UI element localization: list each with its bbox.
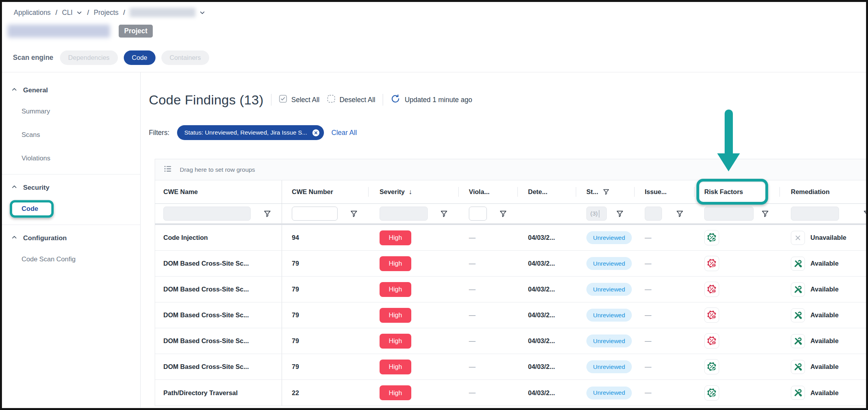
seal-percent-alert-icon[interactable]	[704, 333, 719, 349]
tools-icon	[791, 308, 805, 322]
status-filter-chip[interactable]: Status: Unreviewed, Reviewed, Jira Issue…	[177, 125, 324, 140]
cell-cwe_name: DOM Based Cross-Site Sc...	[155, 354, 282, 379]
sidebar-section-title: Configuration	[23, 234, 67, 242]
sidebar-section-toggle-general[interactable]: General	[2, 83, 140, 97]
filter-input-cwe_number[interactable]	[292, 207, 338, 221]
table-row[interactable]: DOM Based Cross-Site Sc...79High—04/03/2…	[155, 328, 866, 354]
sidebar-section-toggle-security[interactable]: Security	[2, 181, 140, 195]
column-header-risk_factors[interactable]: Risk Factors	[694, 180, 779, 203]
cell-cwe_number: 79	[282, 251, 368, 276]
cell-cwe_name: DOM Based Cross-Site Sc...	[155, 277, 282, 302]
table-row[interactable]: Code Injection94High—04/03/2...Unreviewe…	[155, 225, 866, 251]
funnel-icon[interactable]	[263, 210, 271, 218]
breadcrumb-separator: /	[123, 9, 125, 17]
dashed-box-icon	[327, 95, 335, 105]
clear-all-link[interactable]: Clear All	[331, 129, 357, 137]
table-row[interactable]: DOM Based Cross-Site Sc...79High—04/03/2…	[155, 302, 866, 328]
violations-empty-value: —	[469, 363, 476, 371]
sidebar-item-label: Scans	[22, 131, 40, 139]
detected-value: 04/03/2...	[528, 286, 555, 293]
seal-percent-alert-icon[interactable]	[704, 308, 719, 323]
column-header-severity[interactable]: Severity↓	[368, 180, 458, 203]
redacted-project-name	[130, 8, 195, 17]
column-header-issue[interactable]: Issue...	[634, 180, 694, 203]
table-row[interactable]: DOM Based Cross-Site Sc...79High—04/03/2…	[155, 354, 866, 380]
deselect-all-button[interactable]: Deselect All	[327, 95, 375, 105]
column-header-violations[interactable]: Viola...	[458, 180, 517, 203]
cell-risk_factors	[694, 251, 779, 276]
breadcrumb-applications[interactable]: Applications	[14, 9, 51, 17]
filter-input-remediation[interactable]	[791, 207, 839, 221]
seal-percent-check-icon[interactable]	[704, 385, 719, 401]
filter-cell-remediation	[779, 204, 866, 223]
breadcrumb-projects[interactable]: Projects	[94, 9, 118, 17]
scan-tab-containers[interactable]: Containers	[161, 50, 209, 65]
funnel-icon[interactable]	[440, 210, 448, 218]
cell-remediation: Available	[779, 277, 866, 302]
scan-tab-code[interactable]: Code	[124, 50, 156, 65]
cell-status: Unreviewed	[576, 328, 634, 354]
filter-cell-issue	[634, 204, 694, 223]
row-group-dropzone[interactable]: Drag here to set row groups	[155, 159, 866, 180]
cell-violations: —	[458, 354, 517, 379]
funnel-icon[interactable]	[350, 210, 358, 218]
sidebar-section-security: SecurityCode	[2, 174, 140, 225]
breadcrumb-cli[interactable]: CLI	[62, 9, 72, 17]
cell-cwe_number: 22	[282, 380, 368, 406]
filter-input-risk_factors[interactable]	[704, 207, 754, 221]
seal-percent-alert-icon[interactable]	[704, 256, 719, 271]
seal-percent-check-icon[interactable]	[704, 359, 719, 374]
divider	[271, 94, 271, 106]
close-circle-icon[interactable]	[312, 129, 320, 137]
column-header-cwe_name[interactable]: CWE Name	[155, 180, 282, 203]
funnel-icon[interactable]	[761, 210, 769, 218]
chevron-down-icon[interactable]	[199, 10, 205, 16]
status-badge: Unreviewed	[586, 231, 632, 244]
funnel-icon[interactable]	[499, 210, 507, 218]
seal-percent-alert-icon[interactable]	[704, 282, 719, 297]
filter-cell-cwe_number	[282, 204, 368, 223]
filter-input-issue[interactable]	[645, 207, 662, 221]
select-all-button[interactable]: Select All	[279, 95, 320, 105]
sidebar-item-summary[interactable]: Summary	[2, 100, 140, 123]
refresh-button[interactable]: Updated 1 minute ago	[391, 94, 472, 106]
column-header-cwe_number[interactable]: CWE Number	[282, 180, 368, 203]
scan-tab-dependencies[interactable]: Dependencies	[60, 50, 118, 65]
filter-cell-cwe_name	[155, 204, 282, 223]
sidebar-section-configuration: ConfigurationCode Scan Config	[2, 225, 140, 275]
sidebar-item-code[interactable]: Code	[2, 197, 140, 221]
cwe_name-value: Path/Directory Traversal	[163, 389, 238, 397]
column-header-remediation[interactable]: Remediation	[779, 180, 866, 203]
funnel-icon[interactable]	[863, 210, 866, 218]
cell-severity: High	[368, 380, 458, 406]
column-header-detected[interactable]: Dete...	[517, 180, 576, 203]
cwe_name-value: DOM Based Cross-Site Sc...	[163, 363, 249, 370]
sidebar-item-scans[interactable]: Scans	[2, 123, 140, 147]
sidebar-item-code-scan-config[interactable]: Code Scan Config	[2, 248, 140, 271]
filter-input-status[interactable]: (3)	[586, 207, 607, 221]
sidebar-section-toggle-configuration[interactable]: Configuration	[2, 231, 140, 245]
breadcrumb-separator: /	[55, 9, 57, 17]
row-group-hint: Drag here to set row groups	[180, 166, 255, 173]
table-row[interactable]: DOM Based Cross-Site Sc...79High—04/03/2…	[155, 277, 866, 302]
filter-input-severity[interactable]	[380, 207, 428, 221]
cell-cwe_name: Path/Directory Traversal	[155, 380, 282, 406]
filter-input-violations[interactable]	[469, 207, 487, 221]
funnel-icon	[603, 188, 610, 195]
seal-percent-check-icon[interactable]	[704, 230, 719, 245]
scan-engine-label: Scan engine	[13, 54, 53, 62]
funnel-icon[interactable]	[676, 210, 684, 218]
column-header-status[interactable]: St...	[576, 180, 634, 203]
sidebar-item-violations[interactable]: Violations	[2, 147, 140, 170]
cwe_name-value: DOM Based Cross-Site Sc...	[163, 260, 249, 267]
findings-table: Drag here to set row groups CWE NameCWE …	[155, 159, 866, 406]
funnel-icon[interactable]	[616, 210, 624, 218]
cell-status: Unreviewed	[576, 277, 634, 302]
table-row[interactable]: Path/Directory Traversal22High—04/03/2..…	[155, 380, 866, 406]
severity-badge: High	[380, 308, 411, 323]
cell-cwe_number: 79	[282, 302, 368, 328]
filter-input-cwe_name[interactable]	[163, 207, 251, 221]
table-row[interactable]: DOM Based Cross-Site Sc...79High—04/03/2…	[155, 251, 866, 277]
cell-remediation: Available	[779, 380, 866, 406]
chevron-down-icon[interactable]	[76, 10, 82, 16]
